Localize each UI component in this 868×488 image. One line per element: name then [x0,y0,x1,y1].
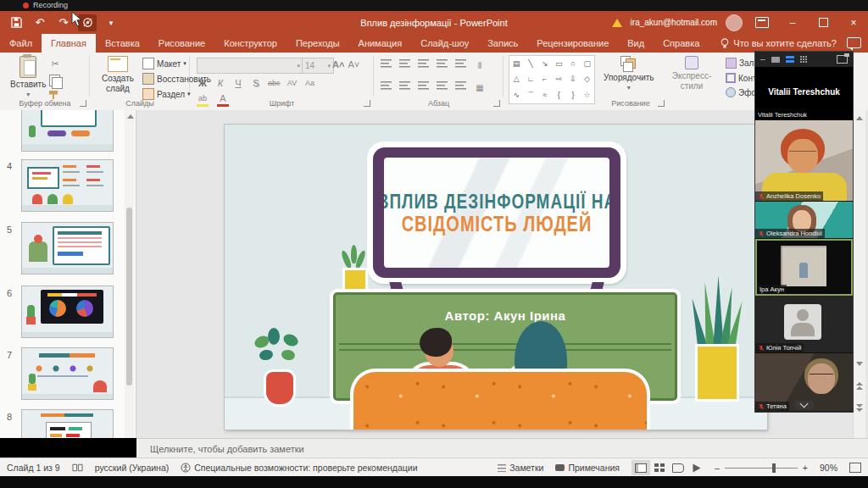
tab-home[interactable]: Главная [42,34,96,53]
grow-font-button[interactable]: А˄ [332,58,344,70]
zoom-slider-thumb[interactable] [772,463,776,473]
shapes-gallery[interactable]: ▤ ╲ ↘ ▭ ○ ▢ △ ∟ ⌐ ⇨ ⇩ ◇ ∿ ⌒ ≈ { } ☆ [509,55,595,104]
spellcheck-icon[interactable] [72,463,83,473]
zoom-collapse-button[interactable] [795,401,814,409]
normal-view-button[interactable] [632,460,650,475]
paragraph-dialog-launcher[interactable] [493,100,500,107]
shape-triangle-icon[interactable]: △ [514,75,520,83]
previous-slide-button[interactable] [854,380,865,391]
tab-design[interactable]: Конструктор [214,34,287,53]
arrange-button[interactable]: Упорядочить▾ [604,56,654,92]
shape-rectangle-icon[interactable]: ▭ [555,60,563,68]
fit-slide-button[interactable] [849,463,861,473]
align-center-button[interactable] [399,81,410,91]
thumbnail-slide-3[interactable] [21,110,114,152]
paste-button[interactable]: Вставить▾ [10,56,46,98]
participant-tile-ira[interactable]: Іра Акун [755,239,853,296]
thumbnail-slide-7[interactable] [21,347,114,400]
slide-area-scrollbar[interactable] [853,110,865,438]
thumbnails-scroll-up[interactable] [125,110,136,122]
zoom-gallery-view-icon[interactable] [800,56,808,64]
copy-button[interactable] [49,75,60,86]
underline-button[interactable]: Ч [232,76,244,89]
save-button[interactable] [7,14,25,31]
language-indicator[interactable]: русский (Украина) [95,463,170,473]
tell-me-box[interactable]: Что вы хотите сделать? [721,34,837,53]
strikethrough-button[interactable]: abc [268,76,281,89]
scroll-down-button[interactable] [854,358,865,369]
shape-connector-icon[interactable]: ⌐ [542,75,547,83]
notes-pane[interactable]: Щелкните, чтобы добавить заметки [136,438,868,458]
scroll-up-button[interactable] [854,112,865,124]
justify-button[interactable] [437,81,448,91]
cut-button[interactable]: ✂ [49,58,61,70]
thumbnails-scrollbar[interactable] [125,110,134,438]
italic-button[interactable]: К [214,76,226,89]
account-email[interactable]: ira_akun@hotmail.com [631,18,717,27]
columns-button[interactable] [455,81,466,91]
shape-curve-icon[interactable]: ≈ [542,92,547,99]
zoom-speaker-view-icon[interactable] [771,57,780,63]
minimize-button[interactable]: – [782,13,804,33]
shape-elbow-icon[interactable]: ∟ [527,75,535,83]
account-avatar[interactable] [726,14,743,31]
shape-star-icon[interactable]: ☆ [584,92,591,99]
participant-tile-vitalii[interactable]: Vitalii Tereshchuk Vitalii Tereshchuk [755,67,853,120]
undo-button[interactable]: ↶ [31,14,49,31]
tab-insert[interactable]: Вставка [96,34,149,53]
ribbon-display-options-button[interactable] [751,13,773,33]
slide-sorter-view-button[interactable] [650,460,669,475]
thumbnails-scroll-thumb[interactable] [126,208,132,385]
reading-view-button[interactable] [669,460,687,475]
redo-button[interactable]: ↷ [54,14,73,31]
character-spacing-button[interactable]: AV [287,76,298,89]
bold-button[interactable]: Ж [197,76,209,89]
change-case-button[interactable]: Аа [304,76,316,89]
zoom-slider[interactable] [725,468,798,469]
zoom-out-button[interactable]: – [715,463,720,473]
format-painter-button[interactable] [49,91,58,99]
shape-arrow-icon[interactable]: ↘ [542,60,548,68]
shape-rounded-rect-icon[interactable]: ▢ [583,60,591,68]
comments-toggle[interactable]: Примечания [555,463,620,473]
slideshow-view-button[interactable] [687,460,706,475]
font-dialog-launcher[interactable] [364,100,370,107]
shape-textbox-icon[interactable]: ▤ [513,60,520,68]
tab-slideshow[interactable]: Слайд-шоу [411,34,478,53]
zoom-strip-view-icon[interactable] [786,56,794,63]
zoom-popout-icon[interactable] [837,55,848,64]
bullets-button[interactable] [381,59,392,69]
tab-file[interactable]: Файл [0,34,42,53]
convert-smartart-button[interactable]: ▦ [474,81,486,94]
shape-left-brace-icon[interactable]: { [558,92,560,99]
drawing-dialog-launcher[interactable] [658,100,665,107]
quick-styles-button[interactable]: Экспресс-стили [666,56,717,91]
numbering-button[interactable] [399,59,410,69]
shape-diamond-icon[interactable]: ◇ [584,75,590,83]
zoom-minimize-button[interactable]: – [760,55,765,64]
font-name-combo[interactable]: ▾ [197,58,303,74]
zoom-in-button[interactable]: + [803,463,808,473]
close-button[interactable]: × [843,13,865,33]
accessibility-checker[interactable]: Специальные возможности: проверьте реком… [181,463,417,473]
warning-icon[interactable] [612,19,622,27]
slide-indicator[interactable]: Слайд 1 из 9 [7,463,60,473]
comments-button-icon[interactable] [847,37,861,48]
increase-indent-button[interactable] [437,59,448,69]
tab-review[interactable]: Рецензирование [527,34,618,53]
tab-draw[interactable]: Рисование [149,34,214,53]
notes-toggle[interactable]: Заметки [498,463,543,473]
shape-line-icon[interactable]: ╲ [528,60,532,68]
shrink-font-button[interactable]: А˅ [348,58,359,70]
thumbnail-slide-8[interactable] [21,409,114,438]
align-left-button[interactable] [381,81,392,91]
decrease-indent-button[interactable] [418,59,429,69]
slide-editor[interactable]: ВПЛИВ ДЕЗІНФОРМАЦІЇ НА СВІДОМІСТЬ ЛЮДЕЙ … [225,125,767,430]
shape-oval-icon[interactable]: ○ [570,60,575,68]
restore-button[interactable] [812,13,834,33]
align-right-button[interactable] [418,81,429,91]
shape-scribble-icon[interactable]: ∿ [514,92,520,99]
tab-record[interactable]: Запись [478,34,527,53]
text-direction-button[interactable]: ⫴ [474,59,486,72]
new-slide-button[interactable]: Создать слайд [97,56,139,93]
